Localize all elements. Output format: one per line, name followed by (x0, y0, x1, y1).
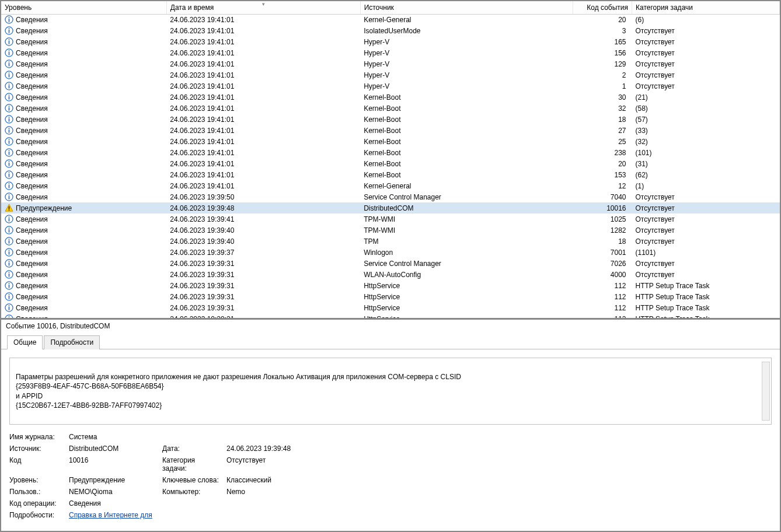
table-row[interactable]: Сведения24.06.2023 19:41:01Kernel-Boot27… (1, 125, 780, 136)
table-row[interactable]: Сведения24.06.2023 19:39:37Winlogon7001(… (1, 247, 780, 258)
tab-details[interactable]: Подробности (44, 335, 100, 349)
column-header-source[interactable]: Источник (360, 1, 573, 14)
info-icon (5, 237, 13, 246)
svg-rect-47 (9, 185, 10, 188)
column-header-datetime[interactable]: Дата и время▾ (166, 1, 360, 14)
table-row[interactable]: Предупреждение24.06.2023 19:39:48Distrib… (1, 202, 780, 214)
svg-rect-13 (9, 62, 10, 63)
table-row[interactable]: Сведения24.06.2023 19:39:31Service Contr… (1, 258, 780, 269)
event-level-text: Сведения (16, 293, 48, 301)
event-datetime: 24.06.2023 19:39:31 (166, 291, 360, 302)
event-source: Hyper-V (360, 47, 573, 58)
table-row[interactable]: Сведения24.06.2023 19:41:01Kernel-Boot20… (1, 158, 780, 169)
column-header-eventid[interactable]: Код события (573, 1, 632, 14)
event-id: 156 (573, 47, 632, 58)
event-category: (1101) (632, 247, 780, 258)
event-detail-pane: Событие 10016, DistributedCOM Общие Подр… (1, 320, 780, 531)
table-row[interactable]: Сведения24.06.2023 19:41:01Kernel-Boot23… (1, 147, 780, 158)
event-id: 1 (573, 80, 632, 92)
event-source: Kernel-General (360, 14, 573, 25)
sort-indicator-icon: ▾ (167, 1, 360, 7)
svg-rect-41 (9, 163, 10, 166)
table-row[interactable]: Сведения24.06.2023 19:39:40TPM-WMI1282От… (1, 225, 780, 236)
tab-general[interactable]: Общие (7, 335, 43, 349)
svg-rect-8 (9, 41, 10, 44)
event-datetime: 24.06.2023 19:41:01 (166, 80, 360, 92)
event-level-text: Сведения (16, 93, 48, 102)
event-level-text: Сведения (16, 237, 48, 246)
event-id: 27 (573, 125, 632, 136)
table-row[interactable]: Сведения24.06.2023 19:39:40TPM18Отсутств… (1, 236, 780, 247)
event-level-text: Сведения (16, 149, 48, 157)
event-id: 112 (573, 291, 632, 302)
svg-rect-67 (9, 261, 10, 262)
svg-rect-82 (9, 317, 10, 318)
column-header-category[interactable]: Категория задачи (632, 1, 780, 14)
event-category: Отсутствует (632, 36, 780, 47)
svg-rect-28 (9, 117, 10, 118)
event-datetime: 24.06.2023 19:41:01 (166, 147, 360, 158)
table-row[interactable]: Сведения24.06.2023 19:41:01Kernel-Boot25… (1, 136, 780, 147)
svg-rect-49 (9, 195, 10, 196)
svg-rect-37 (9, 150, 10, 152)
event-category: Отсутствует (632, 80, 780, 92)
event-source: HttpService (360, 291, 573, 302)
label-keywords: Ключевые слова: (162, 476, 221, 484)
column-header-level[interactable]: Уровень (1, 1, 166, 14)
label-opcode: Код операции: (9, 499, 63, 508)
table-row[interactable]: Сведения24.06.2023 19:41:01Kernel-Genera… (1, 180, 780, 191)
event-datetime: 24.06.2023 10:20:21 (166, 313, 360, 320)
event-id: 129 (573, 58, 632, 69)
table-row[interactable]: Сведения24.06.2023 19:41:01Kernel-Boot15… (1, 169, 780, 180)
info-icon (5, 148, 13, 157)
table-row[interactable]: Сведения24.06.2023 19:41:01Hyper-V165Отс… (1, 36, 780, 47)
event-source: Winlogon (360, 247, 573, 258)
table-row[interactable]: Сведения24.06.2023 19:41:01Kernel-Boot30… (1, 92, 780, 103)
table-row[interactable]: Сведения24.06.2023 19:41:01Kernel-Boot32… (1, 103, 780, 114)
table-row[interactable]: Сведения24.06.2023 19:39:41TPM-WMI1025От… (1, 214, 780, 225)
description-scrollbar[interactable] (762, 362, 770, 421)
svg-rect-70 (9, 272, 10, 274)
info-icon (5, 26, 13, 35)
table-row[interactable]: Сведения24.06.2023 19:39:31HttpService11… (1, 280, 780, 291)
table-row[interactable]: Сведения24.06.2023 19:41:01Kernel-Genera… (1, 14, 780, 25)
svg-rect-53 (9, 209, 10, 211)
table-row[interactable]: Сведения24.06.2023 10:20:21HttpService11… (1, 313, 780, 320)
svg-rect-68 (9, 262, 10, 266)
svg-rect-34 (9, 139, 10, 141)
svg-rect-19 (9, 84, 10, 85)
table-row[interactable]: Сведения24.06.2023 19:41:01Kernel-Boot18… (1, 114, 780, 125)
info-icon (5, 37, 13, 46)
info-icon (5, 137, 13, 146)
info-icon (5, 192, 13, 201)
event-source: HttpService (360, 280, 573, 291)
table-row[interactable]: Сведения24.06.2023 19:41:01Hyper-V1Отсут… (1, 80, 780, 92)
table-row[interactable]: Сведения24.06.2023 19:39:31HttpService11… (1, 291, 780, 302)
event-id: 3 (573, 25, 632, 36)
event-category: (33) (632, 125, 780, 136)
table-row[interactable]: Сведения24.06.2023 19:39:31WLAN-AutoConf… (1, 269, 780, 280)
event-datetime: 24.06.2023 19:41:01 (166, 114, 360, 125)
event-datetime: 24.06.2023 19:39:31 (166, 269, 360, 280)
event-category: Отсутствует (632, 25, 780, 36)
table-row[interactable]: Сведения24.06.2023 19:39:50Service Contr… (1, 191, 780, 202)
value-code: 10016 (69, 456, 156, 473)
event-datetime: 24.06.2023 19:41:01 (166, 69, 360, 80)
table-row[interactable]: Сведения24.06.2023 19:39:31HttpService11… (1, 302, 780, 313)
event-id: 30 (573, 92, 632, 103)
table-row[interactable]: Сведения24.06.2023 19:41:01Hyper-V2Отсут… (1, 69, 780, 80)
table-row[interactable]: Сведения24.06.2023 19:41:01IsolatedUserM… (1, 25, 780, 36)
event-source: Hyper-V (360, 36, 573, 47)
svg-rect-4 (9, 29, 10, 30)
table-row[interactable]: Сведения24.06.2023 19:41:01Hyper-V156Отс… (1, 47, 780, 58)
event-datetime: 24.06.2023 19:41:01 (166, 103, 360, 114)
event-id: 112 (573, 302, 632, 313)
event-level-text: Сведения (16, 16, 48, 24)
detail-tabs: Общие Подробности (1, 335, 780, 349)
table-row[interactable]: Сведения24.06.2023 19:41:01Hyper-V129Отс… (1, 58, 780, 69)
event-list-pane[interactable]: Уровень Дата и время▾ Источник Код событ… (1, 1, 780, 320)
event-source: Hyper-V (360, 80, 573, 92)
svg-rect-65 (9, 251, 10, 255)
help-online-link[interactable]: Справка в Интернете для (69, 511, 152, 519)
svg-rect-44 (9, 174, 10, 177)
